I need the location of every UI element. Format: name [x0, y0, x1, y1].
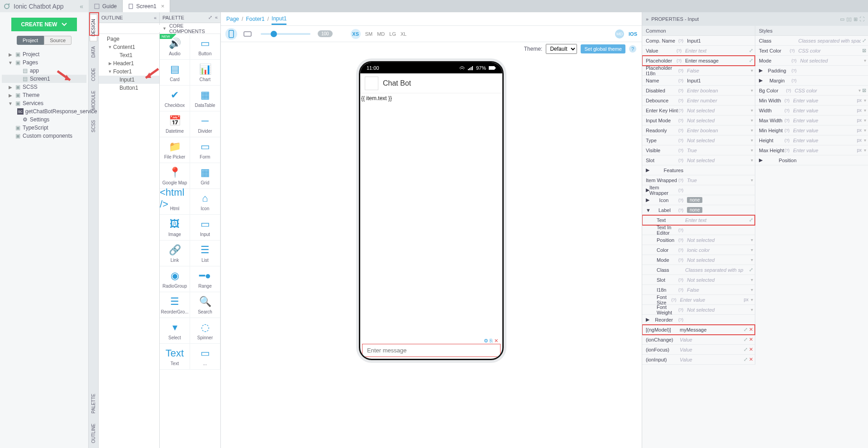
prop-label[interactable]: ▼Label(?)none [642, 205, 755, 215]
palette-input[interactable]: ▭Input [190, 215, 220, 241]
collapse-palette-icon[interactable]: « [215, 14, 218, 20]
palette-audio[interactable]: NEW🔊Audio [160, 34, 190, 60]
prop-slot[interactable]: Slot(?)▾ [642, 275, 755, 285]
layout-icon-3[interactable]: ⊞ [854, 16, 858, 22]
size-lg[interactable]: LG [389, 31, 396, 37]
prop-name[interactable]: Name(?) [642, 76, 755, 86]
prop-width[interactable]: Width(?)px▾ [755, 106, 868, 116]
tab-screen1[interactable]: Screen1 × [123, 0, 170, 12]
os-ios[interactable]: IOS [629, 31, 637, 37]
rail-palette[interactable]: PALETTE [90, 389, 97, 419]
tree-pages[interactable]: ▼▣Pages [2, 58, 86, 67]
prop-placeholder-i-n[interactable]: Placeholder I18n(?)▾ [642, 66, 755, 76]
prop-margin[interactable]: ▶Margin(?) [755, 76, 868, 86]
outline-search-input[interactable] [99, 25, 165, 32]
prop-mode[interactable]: Mode(?)▾ [642, 255, 755, 265]
tab-guide[interactable]: Guide [89, 0, 123, 12]
palette-divider[interactable]: ─Divider [190, 111, 220, 137]
palette-button[interactable]: ▭Button [190, 34, 220, 60]
crumb-input[interactable]: Input1 [272, 15, 286, 25]
prop-type[interactable]: Type(?)▾ [642, 135, 755, 145]
rail-data[interactable]: DATA [90, 41, 97, 63]
prop-font-weight[interactable]: Font Weight(?)▾ [642, 305, 755, 315]
outline-button1[interactable]: Button1 [99, 84, 159, 92]
portrait-button[interactable] [225, 28, 237, 40]
palette-datetime[interactable]: 📅Datetime [160, 111, 190, 137]
prop--ionchange-[interactable]: (ionChange)⤢✕ [642, 335, 755, 345]
palette-range[interactable]: ━●Range [190, 266, 220, 292]
prop-reorder[interactable]: ▶Reorder(?) [642, 315, 755, 325]
tree-app[interactable]: ▤app [2, 67, 86, 75]
prop-input-mode[interactable]: Input Mode(?)▾ [642, 116, 755, 125]
prop-max-height[interactable]: Max Height(?)px▾ [755, 145, 868, 155]
palette-spinner[interactable]: ◌Spinner [190, 318, 220, 344]
tree-project[interactable]: ▶▣Project [2, 50, 86, 58]
palette-radiogroup[interactable]: ◉RadioGroup [160, 266, 190, 292]
palette-link[interactable]: 🔗Link [160, 241, 190, 266]
prop-visible[interactable]: Visible(?)▾ [642, 145, 755, 155]
prop-bg-color[interactable]: Bg Color(?)▾⊠ [755, 86, 868, 96]
palette-category[interactable]: ▼ CORE COMPONENTS [160, 23, 220, 34]
outline-header1[interactable]: ▶Header1 [99, 59, 159, 67]
size-xl[interactable]: XL [401, 31, 406, 37]
prop-height[interactable]: Height(?)px▾ [755, 135, 868, 145]
rail-design[interactable]: DESIGN [90, 14, 97, 41]
crumb-page[interactable]: Page [226, 16, 239, 22]
outline-input1[interactable]: Input1 [99, 76, 159, 84]
rail-code[interactable]: CODE [90, 63, 97, 86]
prop-item-wrapped[interactable]: Item Wrapped(?)▾ [642, 175, 755, 185]
prop-position[interactable]: Position(?)▾ [642, 235, 755, 245]
tree-settings[interactable]: ⚙Settings [2, 116, 86, 124]
source-tab[interactable]: Source [44, 36, 72, 45]
palette-grid[interactable]: ▦Grid [190, 163, 220, 189]
size-sm[interactable]: SM [365, 31, 373, 37]
prop--ngmodel-[interactable]: [(ngModel)]⤢✕ [642, 325, 755, 335]
palette-text[interactable]: TextText [160, 344, 190, 370]
prop-comp-name[interactable]: Comp. Name(?) [642, 36, 755, 46]
landscape-button[interactable] [242, 28, 253, 40]
rail-module[interactable]: MODULE [90, 86, 97, 115]
prop-min-width[interactable]: Min Width(?)px▾ [755, 96, 868, 106]
prop--ioninput-[interactable]: (ionInput)⤢✕ [642, 355, 755, 365]
footer-delete-icon[interactable]: ✕ [494, 338, 498, 344]
crumb-footer[interactable]: Footer1 [246, 16, 264, 22]
tree-scss[interactable]: ▶▣SCSS [2, 83, 86, 91]
prop-class[interactable]: Class⤢ [642, 265, 755, 275]
os-md-badge[interactable]: MD [615, 29, 624, 39]
help-icon[interactable]: ? [629, 45, 636, 53]
prop-class[interactable]: Class⤢ [755, 36, 868, 46]
prop-slot[interactable]: Slot(?)▾ [642, 155, 755, 165]
tree-theme[interactable]: ▶▣Theme [2, 91, 86, 99]
prop-position[interactable]: ▶Position [755, 155, 868, 165]
tree-services[interactable]: ▼▣Services [2, 99, 86, 107]
prop-icon[interactable]: ▶Icon(?)none [642, 195, 755, 205]
maximize-icon[interactable]: ⛶ [859, 16, 864, 22]
prop-item-wrapper[interactable]: ▶Item Wrapper(?) [642, 185, 755, 195]
zoom-slider[interactable] [261, 33, 310, 35]
app-footer-input[interactable]: ⚙ ⎘ ✕ [362, 344, 501, 357]
tree-custom-components[interactable]: ▣Custom components [2, 132, 86, 140]
palette-html[interactable]: <html />Html [160, 189, 190, 215]
prop-readonly[interactable]: Readonly(?)▾ [642, 125, 755, 135]
layout-icon-2[interactable]: ▯▯ [846, 16, 852, 22]
palette-checkbox[interactable]: ✔Checkbox [160, 86, 190, 111]
message-input[interactable] [367, 347, 496, 354]
tree-getchatbotresponse_service[interactable]: SCgetChatBotResponse_service [2, 107, 86, 116]
rail-outline[interactable]: OUTLINE [90, 419, 97, 448]
palette-select[interactable]: ▾Select [160, 318, 190, 344]
prop-enter-key-hint[interactable]: Enter Key Hint(?)▾ [642, 106, 755, 116]
prop-mode[interactable]: Mode(?)▾ [755, 56, 868, 66]
prop-debounce[interactable]: Debounce(?) [642, 96, 755, 106]
prop-color[interactable]: Color(?)▾ [642, 245, 755, 255]
size-md[interactable]: MD [377, 31, 385, 37]
prop-min-height[interactable]: Min Height(?)px▾ [755, 125, 868, 135]
prop-text-color[interactable]: Text Color(?)⊠ [755, 46, 868, 56]
palette-icon[interactable]: ⌂Icon [190, 189, 220, 215]
size-xs[interactable]: XS [351, 29, 361, 39]
prop-text[interactable]: Text⤢ [642, 215, 755, 225]
palette-search[interactable]: 🔍Search [190, 292, 220, 318]
prop-padding[interactable]: ▶Padding(?) [755, 66, 868, 76]
outline-footer1[interactable]: ▼Footer1 [99, 67, 159, 76]
prop--ionfocus-[interactable]: (ionFocus)⤢✕ [642, 345, 755, 355]
expand-palette-icon[interactable]: ⤢ [208, 14, 212, 20]
